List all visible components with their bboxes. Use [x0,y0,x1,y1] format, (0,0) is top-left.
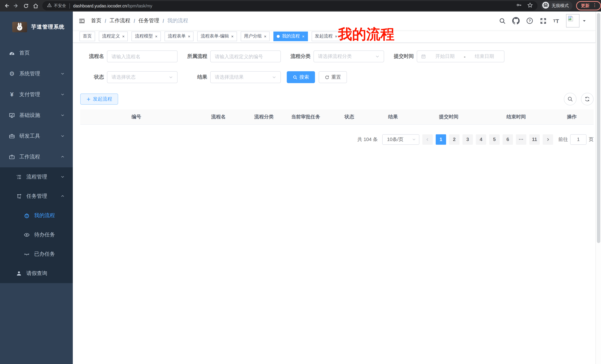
breadcrumb-item-1[interactable]: 工作流程 [110,18,130,24]
sidebar-item-10[interactable]: 已办任务 [0,245,73,264]
breadcrumb-separator: / [163,18,164,24]
goto-label: 前往 [558,136,568,143]
page-button-6[interactable]: 6 [502,134,513,144]
sidebar-item-2[interactable]: ¥支付管理 [0,84,73,105]
page-button-2[interactable]: 2 [449,134,460,144]
breadcrumb-item-2[interactable]: 任务管理 [139,18,159,24]
process-name-input[interactable] [107,50,178,62]
dashboard-icon [9,50,15,56]
help-icon[interactable]: ? [526,17,533,25]
tab-close-icon[interactable]: × [122,34,125,38]
sidebar-item-11[interactable]: 请假查询 [0,264,73,283]
browser-bar: 不安全 dashboard.yudao.iocoder.cn /bpm/task… [0,0,601,11]
key-icon[interactable] [516,2,522,9]
tab-6[interactable]: 我的流程× [273,31,308,41]
sidebar-item-9[interactable]: 待办任务 [0,225,73,245]
address-bar[interactable]: 不安全 dashboard.yudao.iocoder.cn /bpm/task… [42,1,538,10]
table-refresh-button[interactable] [581,93,594,105]
table-header-row: 编号流程名流程分类当前审批任务状态结果提交时间结束时间操作 [80,109,594,124]
browser-home-icon[interactable] [32,3,39,9]
avatar-caret-down-icon[interactable] [582,19,587,23]
pagination-next-button[interactable] [543,134,553,144]
tab-0[interactable]: 首页 [80,31,95,41]
browser-back-icon[interactable] [3,3,10,9]
refresh-icon [325,75,330,80]
table-search-button[interactable] [564,93,576,105]
header-search-icon[interactable] [499,17,506,24]
page-button-3[interactable]: 3 [462,134,473,144]
browser-update-button[interactable]: 更新 [576,1,601,10]
process-definition-input-field[interactable] [215,54,276,59]
chevron-down-icon [272,75,276,79]
search-icon [567,96,573,102]
sidebar-item-5[interactable]: 工作流程 [0,147,73,167]
page-button-4[interactable]: 4 [476,134,486,144]
update-label[interactable]: 更新 [581,3,590,9]
tab-3[interactable]: 流程表单× [165,31,194,41]
process-category-select[interactable]: 请选择流程分类 [313,50,384,62]
fullscreen-icon[interactable] [540,17,547,24]
screen: 不安全 dashboard.yudao.iocoder.cn /bpm/task… [0,0,601,364]
tab-close-icon[interactable]: × [335,34,337,38]
browser-menu-dots-icon[interactable] [592,2,597,9]
sidebar-item-6[interactable]: 流程管理 [0,167,73,187]
tab-close-icon[interactable]: × [264,34,267,38]
plus-icon [86,97,91,102]
tab-5[interactable]: 用户分组× [241,31,270,41]
page-button-11[interactable]: 11 [529,134,540,144]
annotation-my-process: 我的流程 [338,25,394,44]
sidebar-item-4[interactable]: 研发工具 [0,126,73,147]
breadcrumb-item-0[interactable]: 首页 [91,18,101,24]
tab-2[interactable]: 流程模型× [132,31,161,41]
sidebar-item-0[interactable]: 首页 [0,43,73,63]
sidebar-item-8[interactable]: 我的流程 [0,206,73,225]
process-definition-input[interactable] [210,50,281,62]
tab-4[interactable]: 流程表单-编辑× [197,31,237,41]
page-size-select[interactable]: 10条/页 [382,134,419,144]
search-button[interactable]: 搜索 [287,71,315,83]
tab-close-icon[interactable]: × [231,34,234,38]
goto-page-input[interactable] [570,134,587,144]
pagination-ellipsis[interactable]: ··· [516,134,526,144]
result-select[interactable]: 请选择流结果 [210,71,281,83]
chevron-down-icon [375,54,380,59]
app-logo-row[interactable]: 芋道管理系统 [0,11,73,43]
sidebar-item-label: 任务管理 [26,193,47,200]
sidebar-item-1[interactable]: ⚙系统管理 [0,63,73,84]
status-select[interactable]: 请选择状态 [107,71,178,83]
sidebar-item-label: 研发工具 [19,133,40,140]
pagination-prev-button[interactable] [422,134,433,144]
tab-close-icon[interactable]: × [188,34,190,38]
page-button-5[interactable]: 5 [489,134,500,144]
end-date-placeholder[interactable]: 结束日期 [468,53,500,60]
security-label[interactable]: 不安全 [54,3,66,9]
tab-close-icon[interactable]: × [155,34,158,38]
pagination-total: 共 104 条 [357,136,378,143]
sidebar-item-3[interactable]: 基础设施 [0,105,73,126]
create-process-button[interactable]: 发起流程 [80,94,118,105]
column-header: 状态 [328,109,371,124]
pagination: 共 104 条 10条/页 123456···11 前往 页 [80,134,594,144]
sidebar-item-7[interactable]: 任务管理 [0,187,73,206]
browser-reload-icon[interactable] [23,3,29,9]
sidebar-collapse-icon[interactable] [76,18,88,24]
robot-icon [24,213,30,219]
process-name-input-field[interactable] [111,54,173,59]
incognito-label: 无痕模式 [551,3,569,9]
browser-forward-icon[interactable] [13,3,19,9]
tab-1[interactable]: 流程定义× [99,31,128,41]
browser-scrollbar[interactable] [595,11,601,364]
scrollbar-thumb[interactable] [597,13,600,243]
page-button-1[interactable]: 1 [436,134,446,144]
github-icon[interactable] [512,17,520,25]
start-date-placeholder[interactable]: 开始日期 [429,53,461,60]
toolbar-row: 发起流程 [80,93,594,105]
submit-time-daterange[interactable]: 开始日期 - 结束日期 [417,50,504,62]
reset-button[interactable]: 重置 [319,71,347,83]
avatar-broken-image[interactable] [566,14,580,28]
column-header: 流程名 [192,109,244,124]
bookmark-star-icon[interactable] [527,2,533,10]
text-size-icon[interactable]: TT [553,18,559,24]
tab-close-icon[interactable]: × [302,34,304,38]
tab-7[interactable]: 发起流程× [311,31,341,41]
